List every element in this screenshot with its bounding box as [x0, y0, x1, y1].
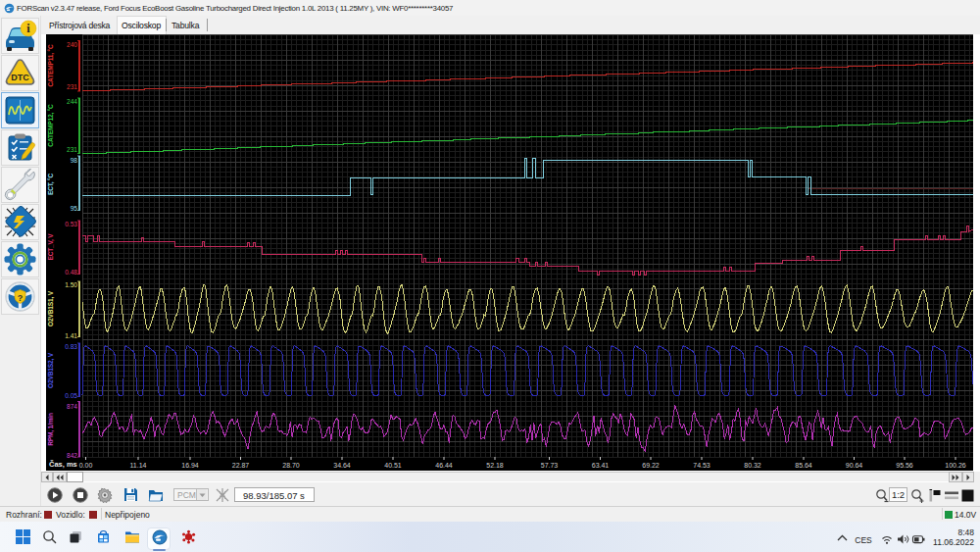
svg-text:231: 231: [67, 146, 77, 153]
svg-text:63.41: 63.41: [592, 462, 610, 469]
svg-text:RPM, 1/min: RPM, 1/min: [47, 413, 55, 446]
svg-text:ECT_V, V: ECT_V, V: [47, 233, 55, 261]
svg-text:0.83: 0.83: [65, 343, 77, 350]
svg-text:0.48: 0.48: [65, 269, 77, 276]
svg-text:874: 874: [67, 403, 77, 410]
svg-text:1.41: 1.41: [65, 332, 77, 339]
svg-text:95.56: 95.56: [896, 462, 913, 469]
svg-text:240: 240: [67, 41, 77, 48]
svg-text:11.14: 11.14: [130, 462, 147, 469]
svg-text:0.05: 0.05: [65, 392, 77, 399]
svg-text:90.64: 90.64: [846, 462, 863, 469]
svg-text:34.64: 34.64: [333, 462, 351, 469]
svg-text:231: 231: [67, 83, 77, 90]
svg-text:52.18: 52.18: [486, 462, 504, 469]
svg-text:95: 95: [71, 205, 78, 212]
svg-text:CATEMP11, °C: CATEMP11, °C: [47, 44, 55, 86]
svg-text:28.70: 28.70: [282, 462, 300, 469]
svg-text:CES: CES: [855, 535, 872, 545]
svg-text:1.50: 1.50: [65, 281, 77, 288]
svg-text:22.87: 22.87: [232, 462, 250, 469]
svg-text:0.53: 0.53: [65, 221, 77, 227]
svg-text:16.94: 16.94: [181, 462, 199, 469]
svg-text:244: 244: [67, 98, 77, 105]
svg-text:74.53: 74.53: [693, 462, 710, 469]
svg-text:0.00: 0.00: [79, 462, 93, 469]
svg-text:40.51: 40.51: [384, 462, 402, 469]
svg-text:69.22: 69.22: [642, 462, 660, 469]
svg-text:85.64: 85.64: [795, 462, 812, 469]
svg-text:O2VB1S2, V: O2VB1S2, V: [47, 352, 55, 388]
svg-text:80.32: 80.32: [744, 462, 761, 469]
svg-text:57.73: 57.73: [541, 462, 559, 469]
svg-text:46.44: 46.44: [435, 462, 453, 469]
svg-text:Čas, ms: Čas, ms: [49, 460, 77, 469]
svg-text:DTC: DTC: [11, 73, 29, 82]
svg-text:98: 98: [71, 157, 78, 164]
svg-text:ECT, °C: ECT, °C: [47, 174, 55, 196]
svg-text:CATEMP12, °C: CATEMP12, °C: [47, 104, 55, 147]
svg-text:O2VB1S1, V: O2VB1S1, V: [47, 290, 55, 326]
svg-text:?: ?: [18, 293, 24, 303]
svg-text:842: 842: [67, 452, 77, 459]
svg-text:100.26: 100.26: [945, 462, 966, 469]
